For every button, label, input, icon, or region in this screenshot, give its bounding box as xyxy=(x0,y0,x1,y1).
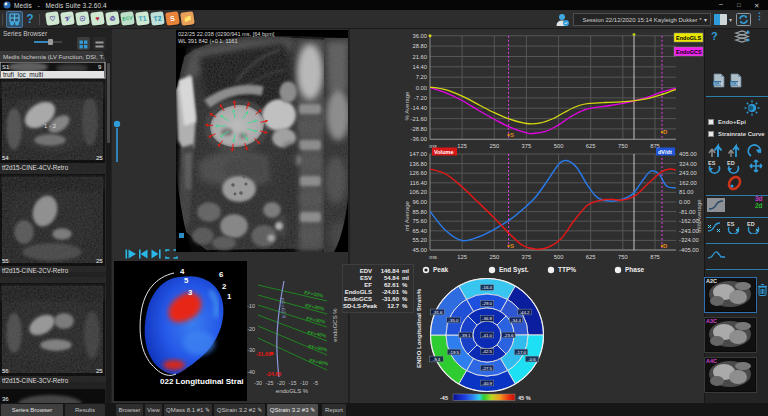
svg-text:ml/sAverage: ml/sAverage xyxy=(696,199,702,233)
svg-text:1 - 2: 1 - 2 xyxy=(44,123,57,129)
svg-text:147.00: 147.00 xyxy=(409,151,427,157)
svg-text:-17.0: -17.0 xyxy=(516,350,527,355)
svg-text:4: 4 xyxy=(180,267,185,276)
svg-text:500: 500 xyxy=(554,254,564,260)
svg-text:136.80: 136.80 xyxy=(409,161,427,167)
svg-text:56: 56 xyxy=(2,368,9,374)
svg-text:375: 375 xyxy=(522,254,532,260)
svg-text:500: 500 xyxy=(554,143,564,149)
svg-text:-25: -25 xyxy=(266,380,274,386)
svg-text:-41.0: -41.0 xyxy=(482,333,493,338)
svg-text:324.00: 324.00 xyxy=(679,161,697,167)
svg-text:2: 2 xyxy=(222,282,227,291)
svg-text:375: 375 xyxy=(522,143,532,149)
svg-text:-324.00: -324.00 xyxy=(679,237,699,243)
svg-text:D: D xyxy=(663,129,668,135)
svg-text:ml Average: ml Average xyxy=(404,200,410,231)
svg-text:ES: ES xyxy=(708,160,716,166)
svg-text:ES: ES xyxy=(727,221,735,227)
svg-text:0.00: 0.00 xyxy=(416,85,427,91)
svg-text:36: 36 xyxy=(2,396,9,402)
svg-text:75.60: 75.60 xyxy=(412,218,427,224)
svg-text:-35.0: -35.0 xyxy=(448,318,459,323)
svg-text:6: 6 xyxy=(219,270,224,279)
svg-text:-31.60: -31.60 xyxy=(256,351,271,357)
svg-text:022 Longitudinal Strai: 022 Longitudinal Strai xyxy=(160,377,244,386)
svg-text:trufi_loc_multi: trufi_loc_multi xyxy=(3,71,43,79)
svg-text:-40.9: -40.9 xyxy=(482,381,493,386)
svg-text:-10: -10 xyxy=(247,303,255,309)
svg-text:750: 750 xyxy=(618,254,628,260)
svg-text:-30: -30 xyxy=(247,347,255,353)
svg-text:-45: -45 xyxy=(440,395,448,401)
svg-text:85.80: 85.80 xyxy=(412,209,427,215)
svg-text:-20: -20 xyxy=(277,380,285,386)
svg-text:54: 54 xyxy=(2,155,9,161)
svg-text:-30: -30 xyxy=(254,380,262,386)
svg-text:3: 3 xyxy=(188,288,193,297)
svg-text:96.00: 96.00 xyxy=(412,199,427,205)
svg-text:-40: -40 xyxy=(247,369,255,375)
svg-text:25: 25 xyxy=(96,368,103,374)
svg-text:-29.0: -29.0 xyxy=(482,301,493,306)
svg-text:tf2d15-CINE-4CV-Retro: tf2d15-CINE-4CV-Retro xyxy=(2,164,69,171)
svg-text:ms: ms xyxy=(429,254,437,260)
svg-text:14.40: 14.40 xyxy=(412,64,427,70)
svg-text:-20: -20 xyxy=(247,326,255,332)
svg-text:36.00: 36.00 xyxy=(412,33,427,39)
svg-text:-31.6: -31.6 xyxy=(432,310,443,315)
svg-text:ED: ED xyxy=(727,160,735,166)
svg-text:750: 750 xyxy=(618,143,628,149)
svg-text:25: 25 xyxy=(96,155,103,161)
svg-text:-0.6: -0.6 xyxy=(528,357,536,362)
svg-text:-21.60: -21.60 xyxy=(411,116,427,122)
svg-text:21.60: 21.60 xyxy=(412,54,427,60)
svg-text:ED: ED xyxy=(747,221,755,227)
svg-text:-24.65: -24.65 xyxy=(266,371,281,377)
svg-text:-14.40: -14.40 xyxy=(411,105,427,111)
svg-text:endoGCS %: endoGCS % xyxy=(332,308,338,342)
svg-text:tf2d15-CINE-3CV-Retro: tf2d15-CINE-3CV-Retro xyxy=(2,377,69,384)
svg-text:% Average: % Average xyxy=(404,91,410,121)
svg-text:-27.5: -27.5 xyxy=(482,366,493,371)
svg-text:125: 125 xyxy=(457,254,467,260)
svg-text:-36.00: -36.00 xyxy=(411,136,427,142)
svg-text:1: 1 xyxy=(227,292,232,301)
svg-text:-44.2: -44.2 xyxy=(519,310,530,315)
svg-text:-9.4: -9.4 xyxy=(433,357,441,362)
svg-text:S: S xyxy=(510,132,514,138)
svg-text:S1: S1 xyxy=(2,64,10,70)
svg-text:022/25 22.038 (0290/941 ms. [: 022/25 22.038 (0290/941 ms. [64 bpm] xyxy=(178,31,275,37)
svg-text:D: D xyxy=(663,243,668,249)
svg-text:-405.00: -405.00 xyxy=(679,247,699,253)
svg-text:28.80: 28.80 xyxy=(412,43,427,49)
svg-text:55: 55 xyxy=(2,258,9,264)
svg-text:-16.4: -16.4 xyxy=(482,285,493,290)
svg-text:S: S xyxy=(510,243,514,249)
svg-text:45.00: 45.00 xyxy=(412,247,427,253)
svg-text:250: 250 xyxy=(489,254,499,260)
svg-text:5: 5 xyxy=(184,276,189,285)
svg-text:162.00: 162.00 xyxy=(679,180,697,186)
svg-text:243.00: 243.00 xyxy=(679,170,697,176)
svg-text:116.40: 116.40 xyxy=(410,180,427,186)
svg-text:dV/dt: dV/dt xyxy=(658,149,672,155)
svg-text:-5: -5 xyxy=(313,380,318,386)
svg-text:DCM: DCM xyxy=(731,82,739,86)
svg-text:-28.80: -28.80 xyxy=(411,126,427,132)
svg-text:-23.6: -23.6 xyxy=(503,333,514,338)
svg-text:45 %: 45 % xyxy=(518,395,531,401)
svg-text:-36.8: -36.8 xyxy=(482,316,493,321)
svg-text:250: 250 xyxy=(489,143,499,149)
svg-text:tf2d15-CINE-2CV-Retro: tf2d15-CINE-2CV-Retro xyxy=(2,267,69,274)
svg-text:endoGLS %: endoGLS % xyxy=(276,388,309,394)
svg-text:-81.00: -81.00 xyxy=(679,209,695,215)
svg-text:-39.1: -39.1 xyxy=(460,333,471,338)
svg-text:-34.4: -34.4 xyxy=(511,318,522,323)
svg-text:EndoGCS: EndoGCS xyxy=(676,49,702,55)
svg-text:-15: -15 xyxy=(289,380,297,386)
svg-text:65.40: 65.40 xyxy=(412,228,427,234)
svg-text:-42.5: -42.5 xyxy=(482,349,493,354)
svg-text:DCM: DCM xyxy=(714,82,722,86)
svg-text:405.00: 405.00 xyxy=(679,151,697,157)
